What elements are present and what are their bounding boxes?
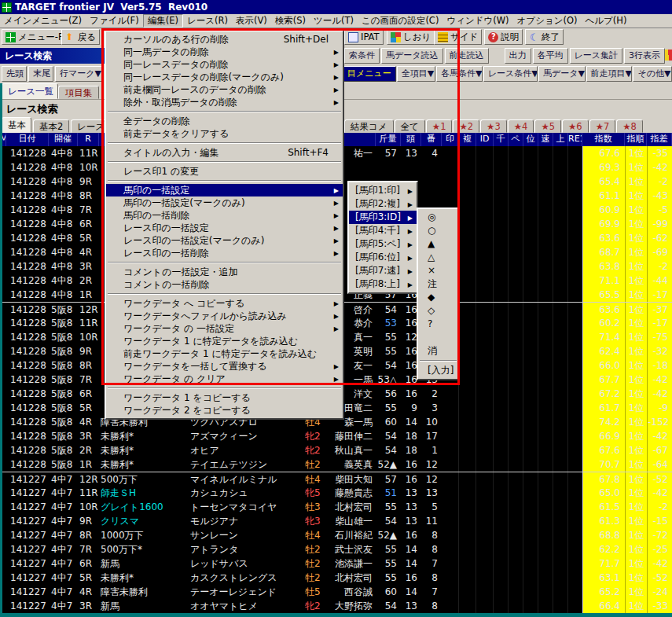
category-tab-★8[interactable]: ★8 [616, 119, 643, 133]
item-menu-chip[interactable]: 目メニュー [343, 66, 396, 82]
edit-menu-item[interactable]: ワークデータへファイルから読み込み▶ [106, 310, 343, 322]
mark-symbol-menu-item[interactable]: ◎ [418, 211, 458, 224]
top-button-5[interactable]: 各平均 [533, 48, 568, 64]
horse-mark-menu-item[interactable]: [馬印8:上]▶ [349, 277, 417, 291]
edit-menu-item[interactable]: 馬印の一括削除▶ [106, 209, 343, 222]
edit-menu-item[interactable]: ワークデータ 1 をコピーする [106, 391, 343, 404]
edit-menu-item[interactable]: 全データの削除 [106, 115, 343, 127]
edit-menu-item[interactable]: 前走データをクリアする [106, 127, 343, 140]
horse-mark-menu-item[interactable]: [馬印5:ペ]▶ [349, 237, 417, 251]
table-row[interactable]: 1412285阪83R未勝利*アズマクィーン牝2藤田伸二54181766.91位… [0, 429, 672, 443]
edit-menu-item[interactable]: コメントの一括削除 [106, 278, 343, 291]
edit-menu-item[interactable]: 同一レースデータの削除▶ [106, 58, 343, 71]
view-tab-2[interactable]: 項目集 [58, 86, 99, 99]
category-tab-★4[interactable]: ★4 [508, 119, 534, 133]
help-button[interactable]: 説明 [484, 29, 523, 45]
edit-menu-item[interactable]: 馬印の一括設定(マークのみ)▶ [106, 196, 343, 209]
edit-menu-item[interactable]: ワークデータを一括して置換する▶ [106, 360, 343, 373]
horse-mark-menu-item[interactable]: [馬印4:千]▶ [349, 224, 417, 237]
mark-symbol-menu-item[interactable] [418, 331, 458, 344]
side-button[interactable]: サイド [434, 29, 482, 45]
filter-button-5[interactable]: 前走項目▼ [586, 66, 633, 82]
category-tab-結果コメ[interactable]: 結果コメ [344, 119, 394, 133]
horse-mark-menu-item[interactable]: [馬印7:速]▶ [349, 264, 417, 277]
edit-menu-item[interactable]: 馬印の一括設定▶ [106, 184, 343, 196]
nav-button-2[interactable]: 末尾 [28, 66, 53, 82]
nav-button-3[interactable]: 行マーク▼ [55, 66, 104, 82]
menubar-item[interactable]: 検索(S) [271, 14, 310, 28]
category-tab-★7[interactable]: ★7 [589, 119, 616, 133]
table-row[interactable]: 1412274中712R500万下マイネルイルミナル牡4柴田大知57161267… [0, 472, 672, 486]
table-row[interactable]: 1412285阪81R未勝利*テイエムテツジン牡2義英真52▲161270.71… [0, 457, 672, 472]
edit-menu-item[interactable]: 除外・取消馬データの削除▶ [106, 96, 343, 108]
mark-symbol-menu-item[interactable]: [入力] [418, 364, 458, 377]
edit-menu-item[interactable]: ワークデータ 2 をコピーする [106, 404, 343, 417]
top-button-6[interactable]: レース集計 [570, 48, 623, 64]
horse-mark-menu-item[interactable]: [馬印1:印]▶ [349, 184, 417, 197]
mark-symbol-menu-item[interactable]: ◇ [418, 304, 458, 318]
filter-button-6[interactable]: その他▼ [633, 66, 672, 82]
menubar-item[interactable]: ファイル(F) [86, 14, 143, 28]
menubar-item[interactable]: この画面の設定(C) [358, 14, 442, 28]
table-row[interactable]: 1412274中711R師走ＳHカシュカシュ牝5藤懸貴志51131365.01位… [0, 486, 672, 500]
edit-menu-item[interactable]: ワークデータ の クリア▶ [106, 373, 343, 385]
edit-menu-item[interactable]: 前走欄同一レースのデータの削除▶ [106, 83, 343, 96]
back-button[interactable]: 戻る [61, 29, 100, 45]
top-button-7[interactable]: 3行表示 [624, 48, 665, 64]
menubar-item[interactable]: オプション(O) [513, 14, 582, 28]
filter-button-2[interactable]: 各馬条件▼ [436, 66, 483, 82]
category-tab-★5[interactable]: ★5 [534, 119, 561, 133]
top-button-1[interactable]: 索条件 [344, 48, 380, 64]
table-row[interactable]: 1412274中76R新馬レッドサバス牡2池添謙一5514771.71位-42 [0, 556, 672, 571]
edit-menu-item[interactable]: ワークデータ へ コピーする▶ [106, 297, 343, 310]
horse-mark-menu-item[interactable]: [馬印2:複]▶ [349, 197, 417, 211]
menubar-item[interactable]: メインメニュー(Z) [0, 14, 86, 28]
view-tab-1[interactable]: レース一覧 [2, 83, 58, 99]
top-button-3[interactable]: 前走読込 [445, 48, 489, 64]
mark-symbol-menu-item[interactable]: ▲ [418, 237, 458, 251]
edit-menu-item[interactable]: タイトルの入力・編集Shift+F4 [106, 146, 343, 159]
table-row[interactable]: 1412274中710Rグレイト1600トーセンマタコイヤ牡3北村宏司55135… [0, 500, 672, 514]
table-row[interactable]: 1412274中78R1000万下サンレーン牡4石川裕紀52▲16868.81位… [0, 528, 672, 542]
mark-symbol-menu-item[interactable]: ◆ [418, 291, 458, 304]
edit-menu-item[interactable]: レース印の一括削除▶ [106, 247, 343, 259]
mark-symbol-menu-item[interactable]: 注 [418, 277, 458, 291]
category-tab-基本2[interactable]: 基本2 [33, 119, 69, 133]
mark-symbol-menu-item[interactable]: × [418, 264, 458, 277]
horse-mark-menu-item[interactable]: [馬印3:ID]▶ [349, 211, 417, 224]
edit-menu-item[interactable]: 同一馬データの削除▶ [106, 46, 343, 58]
table-row[interactable]: 1412274中73R新馬オオヤマトヒメ牝2大野拓弥5413866.41位-33 [0, 599, 672, 613]
mark-symbol-menu-item[interactable]: △ [418, 251, 458, 264]
table-row[interactable]: 1412274中77R500万下*アトランタ牡2武士沢友5514862.21位-… [0, 542, 672, 556]
menubar-item[interactable]: ヘルプ(H) [581, 14, 630, 28]
horse-mark-menu-item[interactable]: [馬印6:位]▶ [349, 251, 417, 264]
menubar-item[interactable]: 表示(V) [232, 14, 271, 28]
category-tab-レース[interactable]: レース [71, 119, 105, 133]
menubar-item[interactable]: レース(R) [183, 14, 232, 28]
filter-button-4[interactable]: 馬データ▼ [538, 66, 585, 82]
nav-button-1[interactable]: 先頭 [2, 66, 27, 82]
edit-menu-item[interactable]: 同一レースデータの削除(マークのみ)▶ [106, 71, 343, 83]
category-tab-全て[interactable]: 全て [395, 119, 425, 133]
mark-symbol-menu-item[interactable]: 消 [418, 344, 458, 358]
category-tab-★1[interactable]: ★1 [426, 119, 453, 133]
filter-button-1[interactable]: 全項目▼ [397, 66, 435, 82]
menu-p-button[interactable]: メニュー-P [2, 29, 68, 45]
category-tab-★2[interactable]: ★2 [453, 119, 479, 133]
top-button-4[interactable]: 出力 [505, 48, 531, 64]
mark-symbol-menu-item[interactable]: ? [418, 318, 458, 331]
edit-menu-item[interactable]: レース印1 の変更 [106, 165, 343, 178]
table-row[interactable]: 1412274中75R未勝利*カスクストレングス牡2北村宏司5516863.11… [0, 571, 672, 585]
category-tab-★3[interactable]: ★3 [480, 119, 507, 133]
table-row[interactable]: 1412274中79Rクリスマモルジアナ牝3柴山雄一54131161.31位-1… [0, 514, 672, 528]
edit-menu-item[interactable]: 前走ワークデータ 1 に特定データを読み込む [106, 347, 343, 360]
table-row[interactable]: 1412285阪82R未勝利*オヒア牝2秋山真一5418167.61位-67 [0, 443, 672, 457]
menubar-item[interactable]: 編集(E) [143, 14, 183, 28]
edit-menu-item[interactable]: ワークデータ 1 に特定データを読み込む [106, 335, 343, 347]
edit-menu-item[interactable]: レース印の一括設定(マークのみ)▶ [106, 234, 343, 247]
bookmark-button[interactable]: しおり [387, 29, 435, 45]
top-button-2[interactable]: 馬データ読込 [381, 48, 443, 64]
mark-symbol-menu-item[interactable]: ○ [418, 224, 458, 237]
edit-menu-item[interactable]: レース印の一括設定▶ [106, 222, 343, 234]
edit-menu-item[interactable]: コメントの一括設定・追加 [106, 266, 343, 278]
